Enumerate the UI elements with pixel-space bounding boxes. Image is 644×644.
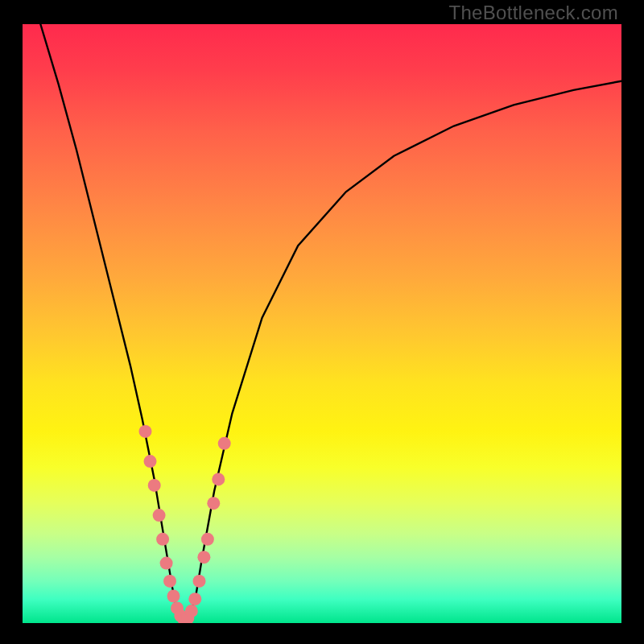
data-point-markers [139,425,231,623]
data-point [212,473,225,485]
data-point [160,557,173,570]
chart-overlay-svg [23,24,621,623]
data-point [188,592,201,605]
data-point [148,479,161,492]
data-point [207,497,220,510]
data-point [144,455,157,468]
data-point [218,437,231,450]
data-point [139,425,152,438]
watermark-text: TheBottleneck.com [448,2,618,24]
data-point [167,590,180,603]
data-point [156,533,169,546]
bottleneck-curve [40,24,621,623]
data-point [193,575,206,588]
data-point [163,575,176,588]
chart-frame [23,24,621,623]
data-point [153,509,166,522]
data-point [185,605,198,617]
data-point [201,533,214,546]
data-point [197,551,210,564]
